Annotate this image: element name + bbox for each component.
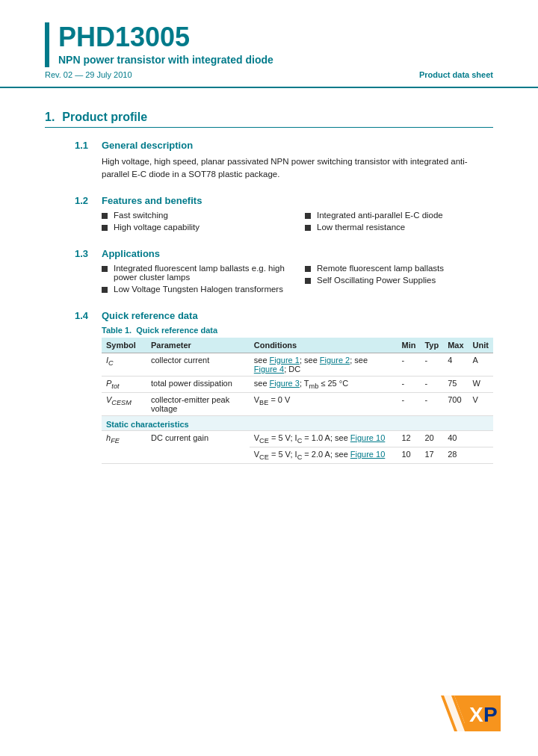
- section-label: Static characteristics: [102, 415, 493, 430]
- figure-link[interactable]: Figure 1: [270, 356, 300, 365]
- cell-min: -: [397, 376, 420, 392]
- figure-link[interactable]: Figure 4: [254, 365, 284, 374]
- quick-reference-table: Symbol Parameter Conditions Min Typ Max …: [102, 338, 493, 465]
- cell-min: 12: [397, 430, 420, 447]
- svg-text:X: X: [469, 703, 483, 726]
- bullet-icon: [102, 287, 108, 293]
- header: PHD13005 NPN power transistor with integ…: [0, 0, 538, 88]
- cell-typ: 20: [420, 430, 443, 447]
- subsection-1-2-heading: 1.2 Features and benefits: [75, 195, 493, 206]
- apps-right: Remote fluorescent lamp ballasts Self Os…: [305, 264, 493, 297]
- nxp-logo: X P: [441, 695, 501, 734]
- page: PHD13005 NPN power transistor with integ…: [0, 0, 538, 756]
- subsection-1-2-number: 1.2: [75, 195, 96, 206]
- features-left: Fast switching High voltage capability: [102, 211, 290, 235]
- cell-symbol: Ptot: [102, 376, 146, 392]
- app-text: Integrated fluorescent lamp ballasts e.g…: [114, 264, 290, 282]
- cell-parameter: DC current gain: [146, 430, 250, 463]
- revision-info: Rev. 02 — 29 July 2010: [45, 70, 132, 79]
- app-text: Low Voltage Tungsten Halogen transformer…: [114, 285, 283, 294]
- section-1-heading: 1. Product profile: [45, 111, 493, 128]
- section-1-number: 1.: [45, 111, 55, 124]
- subsection-1-3-title: Applications: [102, 248, 160, 259]
- subsection-1-4-heading: 1.4 Quick reference data: [75, 310, 493, 321]
- bullet-icon: [102, 266, 108, 272]
- table-title: Quick reference data: [136, 326, 217, 335]
- feature-text: High voltage capability: [114, 223, 200, 232]
- feature-text: Low thermal resistance: [317, 223, 405, 232]
- cell-typ: -: [420, 353, 443, 376]
- col-unit: Unit: [469, 338, 493, 353]
- feature-text: Fast switching: [114, 211, 168, 220]
- col-symbol: Symbol: [102, 338, 146, 353]
- col-min: Min: [397, 338, 420, 353]
- section-1-title: Product profile: [62, 111, 147, 124]
- cell-max: 75: [443, 376, 468, 392]
- cell-max: 28: [443, 447, 468, 463]
- accent-bar: [45, 22, 49, 67]
- doc-type: Product data sheet: [419, 70, 493, 79]
- cell-min: 10: [397, 447, 420, 463]
- figure-link[interactable]: Figure 10: [350, 433, 385, 442]
- header-meta: Rev. 02 — 29 July 2010 Product data shee…: [45, 70, 493, 79]
- list-item: Fast switching: [102, 211, 290, 220]
- bullet-icon: [305, 213, 311, 219]
- subsection-1-2-title: Features and benefits: [102, 195, 202, 206]
- cell-max: 4: [443, 353, 468, 376]
- col-max: Max: [443, 338, 468, 353]
- cell-min: -: [397, 353, 420, 376]
- cell-conditions: see Figure 1; see Figure 2; see Figure 4…: [250, 353, 398, 376]
- table-section-row: Static characteristics: [102, 415, 493, 430]
- cell-parameter: collector current: [146, 353, 250, 376]
- cell-unit: V: [469, 392, 493, 415]
- apps-columns: Integrated fluorescent lamp ballasts e.g…: [102, 264, 493, 297]
- cell-typ: -: [420, 376, 443, 392]
- list-item: Integrated fluorescent lamp ballasts e.g…: [102, 264, 290, 282]
- list-item: Low thermal resistance: [305, 223, 493, 232]
- subsection-1-3: 1.3 Applications Integrated fluorescent …: [75, 248, 493, 297]
- subsection-1-2: 1.2 Features and benefits Fast switching…: [75, 195, 493, 235]
- table-row: Ptot total power dissipation see Figure …: [102, 376, 493, 392]
- main-content: 1. Product profile 1.1 General descripti…: [0, 88, 538, 492]
- figure-link[interactable]: Figure 10: [350, 450, 385, 459]
- cell-conditions: VCE = 5 V; IC = 2.0 A; see Figure 10: [250, 447, 398, 463]
- cell-parameter: collector-emitter peak voltage: [146, 392, 250, 415]
- subsection-1-4-title: Quick reference data: [102, 310, 198, 321]
- product-title: PHD13005: [58, 22, 273, 52]
- subsection-1-4-number: 1.4: [75, 310, 96, 321]
- subsection-1-4: 1.4 Quick reference data Table 1. Quick …: [75, 310, 493, 465]
- subsection-1-3-number: 1.3: [75, 248, 96, 259]
- table-row: hFE DC current gain VCE = 5 V; IC = 1.0 …: [102, 430, 493, 447]
- cell-max: 700: [443, 392, 468, 415]
- nxp-logo-svg: X P: [441, 695, 501, 731]
- col-conditions: Conditions: [250, 338, 398, 353]
- cell-symbol: hFE: [102, 430, 146, 463]
- bullet-icon: [305, 266, 311, 272]
- cell-typ: 17: [420, 447, 443, 463]
- features-right: Integrated anti-parallel E-C diode Low t…: [305, 211, 493, 235]
- cell-symbol: VCESM: [102, 392, 146, 415]
- svg-text:P: P: [483, 703, 498, 726]
- figure-link[interactable]: Figure 3: [270, 379, 300, 388]
- figure-link[interactable]: Figure 2: [320, 356, 350, 365]
- bullet-icon: [305, 225, 311, 231]
- feature-text: Integrated anti-parallel E-C diode: [317, 211, 443, 220]
- list-item: Integrated anti-parallel E-C diode: [305, 211, 493, 220]
- table-row: VCESM collector-emitter peak voltage VBE…: [102, 392, 493, 415]
- list-item: Low Voltage Tungsten Halogen transformer…: [102, 285, 290, 294]
- cell-typ: -: [420, 392, 443, 415]
- subsection-1-1-heading: 1.1 General description: [75, 140, 493, 151]
- cell-unit: [469, 447, 493, 463]
- app-text: Self Oscillating Power Supplies: [317, 276, 436, 285]
- table-row: IC collector current see Figure 1; see F…: [102, 353, 493, 376]
- subsection-1-1: 1.1 General description High voltage, hi…: [75, 140, 493, 182]
- cell-max: 40: [443, 430, 468, 447]
- product-subtitle: NPN power transistor with integrated dio…: [58, 54, 273, 66]
- bullet-icon: [102, 225, 108, 231]
- cell-min: -: [397, 392, 420, 415]
- table-label: Table 1. Quick reference data: [102, 326, 493, 335]
- cell-unit: [469, 430, 493, 447]
- table-header-row: Symbol Parameter Conditions Min Typ Max …: [102, 338, 493, 353]
- bullet-icon: [305, 278, 311, 284]
- cell-unit: A: [469, 353, 493, 376]
